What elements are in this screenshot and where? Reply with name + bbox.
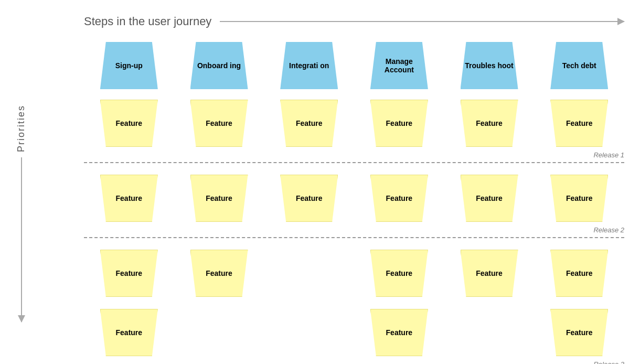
r3b-c3-empty [264,309,354,356]
step-onboarding: Onboard ing [190,42,248,89]
feature-r2-c2: Feature [190,175,248,222]
step-signup: Sign-up [100,42,158,89]
release2-label: Release 2 [593,226,624,234]
feature-r3a-c5: Feature [461,250,518,297]
release1-label: Release 1 [593,151,624,159]
r3a-c4: Feature [354,250,444,297]
r3a-c2: Feature [174,250,264,297]
feature-r2-c3: Feature [280,175,338,222]
col-signup: Sign-up [84,42,174,89]
r2-c4: Feature [354,175,444,222]
r2-c3: Feature [264,175,354,222]
step-manage: Manage Account [370,42,428,89]
release2-row: Feature Feature Feature Feature [84,169,624,224]
col-techdebt: Tech debt [534,42,624,89]
feature-r2-c1: Feature [100,175,158,222]
release1-divider [84,162,624,163]
release2-divider [84,237,624,238]
r1-c5: Feature [444,100,535,147]
col-onboarding: Onboard ing [174,42,264,89]
r3a-c1: Feature [84,250,174,297]
release3b-section: Feature Feature [84,304,624,364]
r1-c6: Feature [534,100,624,147]
col-manage: Manage Account [354,42,444,89]
r3b-c2-empty [174,309,264,356]
steps-arrow [220,21,624,22]
col-troubleshoot: Troubles hoot [444,42,535,89]
priorities-arrow [21,157,22,322]
feature-r3a-c4: Feature [370,250,428,297]
release2-section: Feature Feature Feature Feature [84,169,624,244]
feature-r1-c4: Feature [370,100,428,147]
priorities-text: Priorities [16,105,27,152]
feature-r3a-c1: Feature [100,250,158,297]
canvas: Steps in the user journey Priorities Sig… [0,0,640,364]
feature-r2-c4: Feature [370,175,428,222]
r3b-c1: Feature [84,309,174,356]
feature-r3a-c6: Feature [550,250,608,297]
col-integration: Integrati on [264,42,354,89]
feature-r3b-c1: Feature [100,309,158,356]
release1-section: Feature Feature Feature Feature [84,94,624,169]
r3b-c6: Feature [534,309,624,356]
step-troubleshoot: Troubles hoot [461,42,518,89]
feature-r1-c3: Feature [280,100,338,147]
r2-c6: Feature [534,175,624,222]
r1-c4: Feature [354,100,444,147]
r3b-c5-empty [444,309,535,356]
steps-header: Steps in the user journey [84,15,624,28]
feature-r1-c6: Feature [550,100,608,147]
feature-r3b-c4: Feature [370,309,428,356]
r1-c3: Feature [264,100,354,147]
r2-c5: Feature [444,175,535,222]
feature-r2-c5: Feature [461,175,518,222]
feature-r1-c1: Feature [100,100,158,147]
r3a-c3-empty [264,250,354,297]
feature-r3a-c2: Feature [190,250,248,297]
release3b-row: Feature Feature [84,304,624,359]
release1-row: Feature Feature Feature Feature [84,94,624,149]
r1-c1: Feature [84,100,174,147]
r2-c2: Feature [174,175,264,222]
r3a-c5: Feature [444,250,535,297]
r3a-c6: Feature [534,250,624,297]
header-row: Sign-up Onboard ing Integrati on Manage … [84,42,624,89]
r3b-c4: Feature [354,309,444,356]
release3-label: Release 3 [593,360,624,364]
priorities-label: Priorities [16,105,27,322]
r2-c1: Feature [84,175,174,222]
release3a-section: Feature Feature Feature [84,244,624,304]
steps-title: Steps in the user journey [84,15,211,28]
r1-c2: Feature [174,100,264,147]
main-grid: Sign-up Onboard ing Integrati on Manage … [84,42,624,364]
feature-r3b-c6: Feature [550,309,608,356]
feature-r2-c6: Feature [550,175,608,222]
feature-r1-c2: Feature [190,100,248,147]
step-integration: Integrati on [280,42,338,89]
release3a-row: Feature Feature Feature [84,244,624,299]
step-techdebt: Tech debt [550,42,608,89]
feature-r1-c5: Feature [461,100,518,147]
